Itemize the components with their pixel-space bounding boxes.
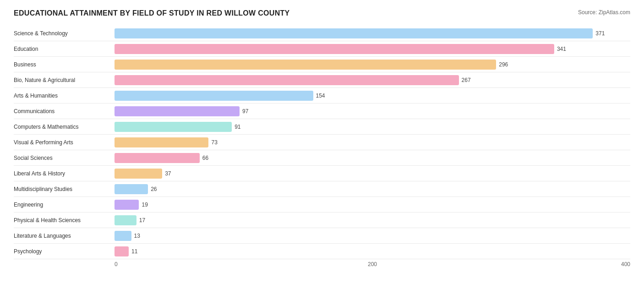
chart-area: Science & Technology371Education341Busin…	[14, 26, 630, 259]
bar-fill	[115, 137, 208, 147]
bar-value-label: 66	[202, 155, 208, 161]
bar-row: Business296	[14, 57, 630, 72]
bar-fill	[115, 215, 136, 225]
bar-label: Physical & Health Sciences	[14, 217, 115, 224]
bar-fill	[115, 231, 131, 241]
bar-label: Liberal Arts & History	[14, 170, 115, 177]
bar-fill	[115, 246, 129, 256]
bar-container: 371	[115, 28, 630, 38]
bar-value-label: 91	[235, 124, 240, 130]
bar-fill	[115, 106, 240, 116]
x-axis-label: 200	[286, 261, 458, 267]
bar-row: Computers & Mathematics91	[14, 119, 630, 135]
bar-value-label: 11	[131, 248, 137, 255]
bar-value-label: 371	[595, 30, 605, 37]
bar-container: 11	[115, 246, 630, 256]
x-axis: 0200400	[14, 261, 630, 267]
bar-value-label: 154	[316, 93, 325, 99]
bar-fill	[115, 28, 593, 38]
bar-fill	[115, 122, 232, 132]
bar-row: Engineering19	[14, 197, 630, 213]
bar-row: Education341	[14, 41, 630, 57]
bar-row: Physical & Health Sciences17	[14, 213, 630, 228]
chart-header: EDUCATIONAL ATTAINMENT BY FIELD OF STUDY…	[14, 9, 630, 17]
bar-value-label: 73	[211, 139, 217, 146]
bar-label: Social Sciences	[14, 155, 115, 161]
chart-wrapper: Science & Technology371Education341Busin…	[14, 26, 630, 267]
bar-fill	[115, 44, 554, 54]
bar-fill	[115, 169, 162, 179]
bar-label: Communications	[14, 108, 115, 115]
bar-container: 17	[115, 215, 630, 225]
x-axis-label: 0	[115, 261, 286, 267]
bar-row: Psychology11	[14, 244, 630, 259]
bar-container: 296	[115, 60, 630, 70]
bar-label: Education	[14, 46, 115, 52]
bar-fill	[115, 184, 148, 194]
bar-row: Communications97	[14, 104, 630, 119]
bar-row: Literature & Languages13	[14, 228, 630, 244]
bar-container: 267	[115, 75, 630, 85]
bar-container: 66	[115, 153, 630, 163]
bar-label: Bio, Nature & Agricultural	[14, 77, 115, 83]
chart-title: EDUCATIONAL ATTAINMENT BY FIELD OF STUDY…	[14, 9, 290, 17]
bar-label: Engineering	[14, 202, 115, 208]
bar-fill	[115, 200, 139, 210]
bar-value-label: 26	[151, 186, 157, 192]
bar-label: Business	[14, 61, 115, 68]
bar-value-label: 296	[499, 61, 508, 68]
bar-container: 37	[115, 169, 630, 179]
bar-value-label: 97	[242, 108, 248, 115]
bar-container: 91	[115, 122, 630, 132]
bar-container: 26	[115, 184, 630, 194]
bar-value-label: 341	[557, 46, 566, 52]
bar-row: Arts & Humanities154	[14, 88, 630, 104]
bar-row: Visual & Performing Arts73	[14, 135, 630, 150]
bar-row: Bio, Nature & Agricultural267	[14, 72, 630, 88]
bar-container: 19	[115, 200, 630, 210]
bar-label: Science & Technology	[14, 30, 115, 37]
bar-label: Computers & Mathematics	[14, 124, 115, 130]
bar-label: Multidisciplinary Studies	[14, 186, 115, 192]
bar-row: Social Sciences66	[14, 150, 630, 166]
bar-value-label: 19	[142, 202, 147, 208]
bar-container: 341	[115, 44, 630, 54]
bar-fill	[115, 91, 313, 101]
bar-container: 154	[115, 91, 630, 101]
bar-container: 13	[115, 231, 630, 241]
bar-container: 73	[115, 137, 630, 147]
bar-label: Literature & Languages	[14, 233, 115, 239]
bar-value-label: 17	[139, 217, 145, 224]
chart-source: Source: ZipAtlas.com	[578, 9, 630, 16]
bar-fill	[115, 60, 496, 70]
bar-label: Visual & Performing Arts	[14, 139, 115, 146]
bar-value-label: 37	[165, 170, 171, 177]
bar-fill	[115, 75, 459, 85]
bar-value-label: 267	[462, 77, 471, 83]
bar-container: 97	[115, 106, 630, 116]
bar-label: Arts & Humanities	[14, 93, 115, 99]
bar-row: Science & Technology371	[14, 26, 630, 41]
bar-row: Liberal Arts & History37	[14, 166, 630, 181]
bar-row: Multidisciplinary Studies26	[14, 181, 630, 197]
bar-fill	[115, 153, 200, 163]
bar-label: Psychology	[14, 248, 115, 255]
bar-value-label: 13	[134, 233, 140, 239]
x-axis-label: 400	[458, 261, 630, 267]
